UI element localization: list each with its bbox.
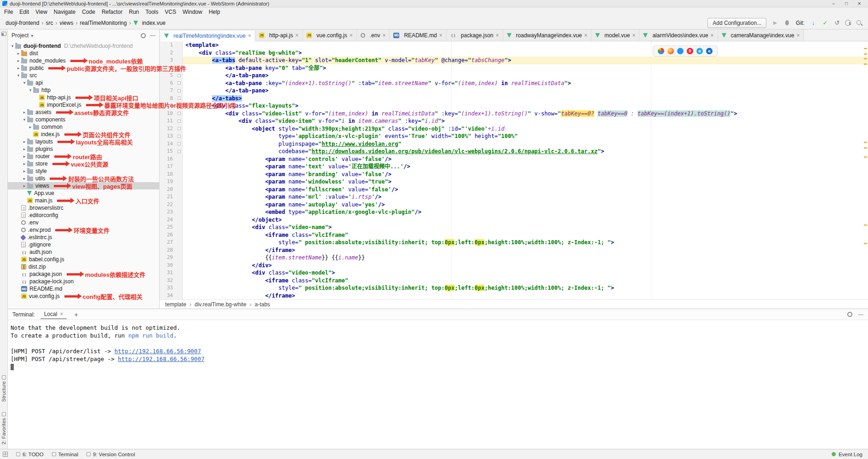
opera-browser-icon[interactable]: [687, 48, 693, 54]
settings-gear-icon[interactable]: [141, 33, 146, 38]
close-icon[interactable]: [350, 32, 353, 39]
editor-tab-cameramanage-index.vue[interactable]: cameraManage\index.vue: [718, 29, 804, 41]
fold-marker-icon[interactable]: [178, 142, 181, 145]
fold-marker-icon[interactable]: [178, 135, 181, 138]
tree-item-.eslintrc.js[interactable]: .eslintrc.js: [8, 234, 159, 241]
close-icon[interactable]: [382, 32, 385, 39]
terminal-link[interactable]: http://192.168.66.56:9007: [115, 348, 201, 355]
close-icon[interactable]: [797, 32, 800, 39]
tree-item-.env.prod[interactable]: .env.prod环境变量文件: [8, 226, 159, 234]
code-line-28[interactable]: 28 </iframe>: [160, 247, 868, 254]
editor-tab-.env[interactable]: .env: [357, 29, 390, 41]
tool-button-2-favorites[interactable]: 2: Favorites: [1, 412, 6, 444]
tree-item-main.js[interactable]: main.js入口文件: [8, 197, 159, 204]
editor-breadcrumb-item-a-tabs[interactable]: a-tabs: [254, 301, 271, 308]
editor-tab-alarmvideos-index.vue[interactable]: alarmVideos\index.vue: [639, 29, 718, 41]
tree-item-babel.config.js[interactable]: babel.config.js: [8, 256, 159, 263]
firefox-browser-icon[interactable]: [667, 48, 674, 54]
code-line-19[interactable]: 19 <param name='windowless' value="true"…: [160, 178, 868, 186]
fold-marker-icon[interactable]: [178, 89, 181, 92]
chrome-browser-icon[interactable]: [658, 48, 664, 54]
menu-item-tools[interactable]: Tools: [142, 8, 161, 16]
chevron-right-icon[interactable]: [22, 147, 27, 151]
code-line-15[interactable]: 15 codebase="http://downloads.videolan.o…: [160, 148, 868, 155]
code-line-12[interactable]: 12 <object style="width:390px;height:219…: [160, 125, 868, 133]
editor-tab-vue.config.js[interactable]: vue.config.js: [303, 29, 357, 41]
run-icon[interactable]: [771, 19, 779, 27]
code-line-21[interactable]: 21 <param name='mrl' :value='i.rtsp'/>: [160, 193, 868, 201]
breadcrumb-item-src[interactable]: src: [45, 19, 54, 27]
breadcrumb-item-views[interactable]: views: [58, 19, 74, 27]
editor-tab-realtimemonitoring-index.vue[interactable]: realTimeMonitoring\index.vue: [161, 30, 255, 41]
safari-browser-icon[interactable]: [677, 48, 684, 54]
status-item-6-todo[interactable]: 6: TODO: [16, 452, 44, 457]
code-line-20[interactable]: 20 <param name='fullscreen' value='false…: [160, 186, 868, 194]
chevron-right-icon[interactable]: [16, 66, 21, 70]
revert-icon[interactable]: [833, 19, 841, 27]
menu-item-file[interactable]: File: [1, 8, 16, 16]
close-icon[interactable]: [295, 32, 299, 39]
project-panel-title[interactable]: Project: [11, 32, 29, 39]
event-log-button[interactable]: Event Log: [839, 452, 862, 457]
tree-item-auth.json[interactable]: auth.json: [8, 248, 159, 256]
code-line-16[interactable]: 16 <param name='controls' value='false'/…: [160, 155, 868, 163]
chevron-right-icon[interactable]: [22, 184, 27, 188]
code-line-13[interactable]: 13 type='application/x-vlc-plugin' event…: [160, 132, 868, 140]
chevron-down-icon[interactable]: [10, 44, 15, 48]
add-configuration-button[interactable]: Add Configuration...: [707, 18, 766, 28]
fold-marker-icon[interactable]: [178, 97, 181, 100]
terminal-hide-icon[interactable]: [858, 311, 863, 318]
tree-item-duoji-frontend[interactable]: duoji-frontendD:\zheheWeb\duoji-frontend: [8, 42, 159, 50]
close-icon[interactable]: [439, 32, 443, 39]
debug-icon[interactable]: [783, 19, 791, 27]
tree-item-package.json[interactable]: package.jsonmodules依赖描述文件: [8, 270, 159, 278]
chevron-down-icon[interactable]: [22, 80, 27, 85]
editor-tab-package.json[interactable]: package.json: [447, 29, 503, 41]
editor-tab-model.vue[interactable]: model.vue: [592, 29, 639, 41]
maximize-button[interactable]: [840, 0, 853, 7]
code-line-4[interactable]: 4 <a-tab-pane key="0" tab="全部">: [160, 64, 868, 72]
breadcrumb-item-duoji-frontend[interactable]: duoji-frontend: [5, 19, 40, 27]
tree-item-.editorconfig[interactable]: .editorconfig: [8, 212, 159, 219]
minimize-button[interactable]: [827, 0, 840, 7]
chevron-right-icon[interactable]: [16, 51, 21, 56]
editor-tab-roadwaymanage-index.vue[interactable]: roadwayManage\index.vue: [503, 29, 592, 41]
code-line-17[interactable]: 17 <param name='text' value='正在加载视频中...'…: [160, 163, 868, 171]
fold-marker-icon[interactable]: [178, 112, 181, 115]
code-line-27[interactable]: 27 style=" position:absolute;visibility:…: [160, 239, 868, 247]
menu-item-vcs[interactable]: VCS: [161, 8, 179, 16]
terminal-output[interactable]: Note that the development build is not o…: [8, 320, 868, 449]
tree-item-layouts[interactable]: layoutslayouts全局布局相关: [8, 138, 159, 145]
close-icon[interactable]: [248, 33, 251, 39]
editor-breadcrumb-item-template[interactable]: template: [164, 301, 187, 308]
code-line-33[interactable]: 33 style=" position:absolute;visibility:…: [160, 284, 868, 292]
chevron-down-icon[interactable]: [28, 88, 33, 92]
tree-item-public[interactable]: publicpublic资源文件夹，一般放引用的第三方插件: [8, 64, 159, 72]
fold-marker-icon[interactable]: [178, 74, 181, 77]
code-line-5[interactable]: 5 </a-tab-pane>: [160, 72, 868, 80]
chevron-right-icon[interactable]: [22, 161, 27, 166]
editor-tab-readme.md[interactable]: README.md: [390, 29, 446, 41]
tree-item-src[interactable]: src: [8, 72, 159, 79]
tree-item-api[interactable]: api: [8, 79, 159, 86]
terminal-settings-gear-icon[interactable]: [847, 312, 852, 317]
chevron-down-icon[interactable]: [16, 73, 21, 78]
editor-breadcrumb-item-div.realtime.bg-white[interactable]: div.realTime.bg-white: [194, 301, 247, 308]
chevron-right-icon[interactable]: [22, 154, 27, 159]
commit-icon[interactable]: [821, 19, 829, 27]
chevron-right-icon[interactable]: [22, 139, 27, 144]
tree-item-store[interactable]: storevuex公共资源: [8, 160, 159, 167]
history-icon[interactable]: [845, 20, 851, 26]
fold-marker-icon[interactable]: [178, 81, 181, 85]
status-item-terminal[interactable]: Terminal: [52, 452, 78, 457]
terminal-link[interactable]: http://192.168.66.56:9007: [118, 356, 204, 362]
code-line-24[interactable]: 24 </object>: [160, 216, 868, 224]
code-line-1[interactable]: 1<template>: [160, 41, 868, 49]
chevron-right-icon[interactable]: [16, 58, 21, 63]
tree-item-components[interactable]: components: [8, 116, 159, 123]
update-icon[interactable]: [809, 19, 817, 27]
breadcrumb-item-index.vue[interactable]: index.vue: [132, 19, 167, 27]
menu-item-window[interactable]: Window: [179, 8, 206, 16]
tree-item-assets[interactable]: assetsassets静态资源文件: [8, 109, 159, 116]
close-button[interactable]: [853, 0, 866, 7]
